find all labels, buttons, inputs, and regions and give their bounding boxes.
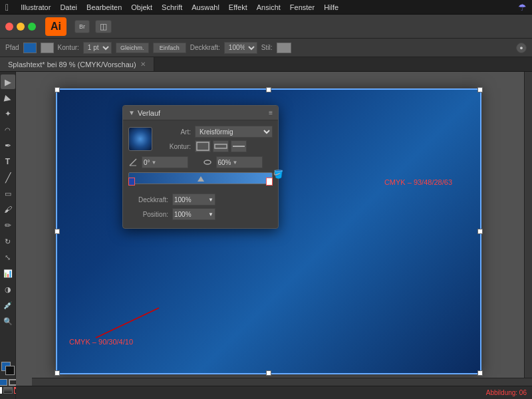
figure-label: Abbildung: 06 bbox=[486, 389, 527, 396]
title-bar: Ai Br ◫ bbox=[0, 15, 532, 39]
opacity-select[interactable]: 100% bbox=[224, 42, 257, 54]
dropbox-icon: ☂ bbox=[518, 2, 527, 13]
gradient-mode-button[interactable] bbox=[3, 387, 13, 394]
line-tool[interactable]: ╱ bbox=[1, 170, 15, 185]
art-label: Art: bbox=[156, 128, 191, 136]
zoom-tool[interactable]: 🔍 bbox=[1, 314, 15, 329]
stroke-style-label: Gleichm. bbox=[120, 45, 144, 51]
direct-selection-tool[interactable]: ▶ bbox=[1, 90, 15, 105]
handle-tc[interactable] bbox=[266, 87, 271, 92]
position-dropdown-icon[interactable]: ▼ bbox=[208, 211, 213, 217]
kontur-btn-1[interactable] bbox=[195, 140, 211, 152]
bucket-icon: 🪣 bbox=[273, 170, 283, 179]
kontur-buttons bbox=[195, 140, 247, 152]
fill-color-swatch[interactable] bbox=[23, 43, 37, 53]
menu-illustrator[interactable]: Illustrator bbox=[21, 3, 51, 11]
brush-icon: 🖌 bbox=[4, 205, 12, 214]
svg-rect-3 bbox=[215, 144, 227, 148]
cmyk-left-label: CMYK – 90/30/4/10 bbox=[69, 338, 133, 346]
bridge-button[interactable]: Br bbox=[74, 20, 90, 33]
menu-datei[interactable]: Datei bbox=[60, 3, 77, 11]
menu-auswahl[interactable]: Auswahl bbox=[192, 3, 219, 11]
magic-wand-tool[interactable]: ✦ bbox=[1, 106, 15, 121]
art-select[interactable]: Kreisförmig bbox=[195, 126, 273, 138]
panel-collapse-icon[interactable]: ▼ bbox=[128, 109, 135, 116]
stroke-color-swatch[interactable] bbox=[41, 43, 54, 53]
close-button[interactable] bbox=[5, 23, 13, 31]
vertical-scrollbar[interactable] bbox=[524, 72, 532, 378]
angle-field[interactable]: 0° ▼ bbox=[142, 156, 188, 168]
angle-value: 0° bbox=[144, 159, 150, 166]
gradient-tool[interactable]: ◑ bbox=[1, 282, 15, 297]
path-label: Pfad bbox=[5, 44, 19, 51]
cmyk-right-label: CMYK – 93/48/28/63 bbox=[384, 178, 452, 186]
stroke-type-display: Einfach bbox=[153, 43, 186, 53]
document-tab[interactable]: Splashtext* bei 89 % (CMYK/Vorschau) ✕ bbox=[0, 57, 154, 71]
horizontal-scrollbar[interactable] bbox=[32, 378, 532, 386]
menu-ansicht[interactable]: Ansicht bbox=[257, 3, 281, 11]
eyedropper-tool[interactable]: 💉 bbox=[1, 298, 15, 313]
menu-hilfe[interactable]: Hilfe bbox=[324, 3, 338, 11]
pen-tool[interactable]: ✒ bbox=[1, 138, 15, 153]
deckkraft-dropdown-icon[interactable]: ▼ bbox=[208, 197, 213, 203]
text-tool[interactable]: T bbox=[1, 154, 15, 169]
handle-ml[interactable] bbox=[55, 229, 60, 234]
angle-group: 0° ▼ bbox=[128, 156, 199, 168]
tab-close-button[interactable]: ✕ bbox=[140, 61, 146, 68]
apple-icon[interactable]:  bbox=[5, 2, 9, 13]
handle-bl[interactable] bbox=[55, 370, 60, 376]
menu-objekt[interactable]: Objekt bbox=[131, 3, 152, 11]
handle-br[interactable] bbox=[477, 370, 483, 376]
graph-tool[interactable]: 📊 bbox=[1, 266, 15, 281]
scale-tool[interactable]: ⤡ bbox=[1, 250, 15, 265]
background-color[interactable] bbox=[5, 366, 15, 375]
panel-menu-button[interactable]: ≡ bbox=[269, 109, 273, 116]
panel-body: Art: Kreisförmig Kontur: bbox=[123, 120, 278, 228]
direct-selection-icon: ▶ bbox=[3, 92, 13, 103]
aspect-field[interactable]: 60% ▼ bbox=[216, 156, 263, 168]
aspect-icon bbox=[203, 158, 212, 167]
menu-effekt[interactable]: Effekt bbox=[229, 3, 247, 11]
minimize-button[interactable] bbox=[17, 23, 25, 31]
position-label: Position: bbox=[128, 211, 168, 218]
handle-mr[interactable] bbox=[477, 229, 483, 234]
eyedropper-icon: 💉 bbox=[3, 301, 13, 310]
pencil-tool[interactable]: ✏ bbox=[1, 218, 15, 233]
gradient-stop-left[interactable] bbox=[128, 178, 135, 186]
normal-mode-button[interactable] bbox=[0, 387, 2, 394]
panel-header[interactable]: ▼ Verlauf ≡ bbox=[123, 106, 278, 120]
gradient-preview-swatch[interactable] bbox=[128, 127, 152, 151]
selection-tool[interactable]: ▶ bbox=[1, 74, 15, 89]
options-settings-button[interactable]: ● bbox=[516, 43, 527, 53]
style-swatch[interactable] bbox=[277, 43, 291, 53]
art-select-row: Art: Kreisförmig bbox=[156, 126, 273, 138]
maximize-button[interactable] bbox=[28, 23, 36, 31]
position-field[interactable]: 100% ▼ bbox=[172, 208, 215, 220]
handle-tr[interactable] bbox=[477, 87, 483, 92]
stroke-size-select[interactable]: 1 pt bbox=[83, 42, 112, 54]
menu-bearbeiten[interactable]: Bearbeiten bbox=[86, 3, 122, 11]
gradient-midpoint[interactable] bbox=[198, 176, 204, 182]
handle-tl[interactable] bbox=[55, 87, 60, 92]
lasso-tool[interactable]: ◠ bbox=[1, 122, 15, 137]
deckkraft-field[interactable]: 100% ▼ bbox=[172, 194, 215, 205]
angle-dropdown-icon[interactable]: ▼ bbox=[152, 160, 157, 166]
kontur-btn-3[interactable] bbox=[231, 140, 247, 152]
deckkraft-label: Deckkraft: bbox=[128, 196, 168, 203]
gradient-stop-right[interactable] bbox=[266, 178, 273, 186]
fill-indicator[interactable] bbox=[0, 379, 7, 386]
handle-bc[interactable] bbox=[266, 370, 271, 376]
tab-bar: Splashtext* bei 89 % (CMYK/Vorschau) ✕ bbox=[0, 57, 532, 72]
main-area: ▶ ▶ ✦ ◠ ✒ T ╱ ▭ 🖌 ✏ ↻ ⤡ bbox=[0, 72, 532, 399]
aspect-dropdown-icon[interactable]: ▼ bbox=[233, 160, 238, 166]
art-row: Art: Kreisförmig Kontur: bbox=[128, 126, 273, 152]
rotate-tool[interactable]: ↻ bbox=[1, 234, 15, 249]
left-toolbar: ▶ ▶ ✦ ◠ ✒ T ╱ ▭ 🖌 ✏ ↻ ⤡ bbox=[0, 72, 16, 399]
rect-tool[interactable]: ▭ bbox=[1, 186, 15, 201]
brush-tool[interactable]: 🖌 bbox=[1, 202, 15, 217]
arrange-button[interactable]: ◫ bbox=[95, 20, 112, 33]
menu-schrift[interactable]: Schrift bbox=[162, 3, 182, 11]
kontur-btn-2[interactable] bbox=[213, 140, 229, 152]
svg-point-4 bbox=[204, 160, 211, 164]
menu-fenster[interactable]: Fenster bbox=[290, 3, 315, 11]
